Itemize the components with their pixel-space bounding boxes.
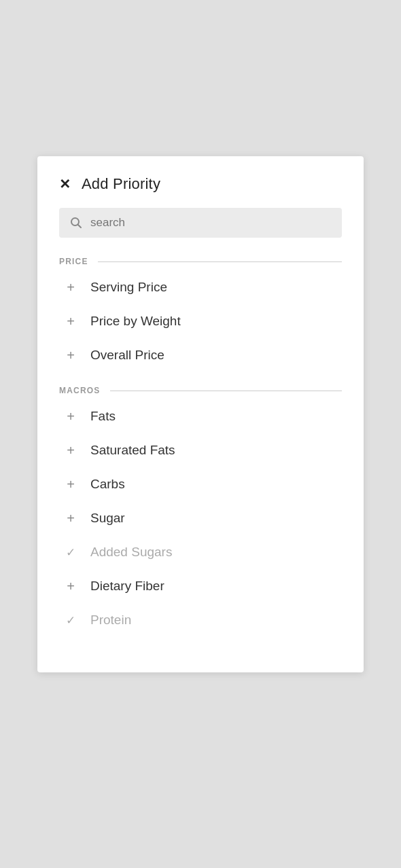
list-item-overall-price[interactable]: +Overall Price <box>59 338 342 372</box>
plus-icon-saturated-fats: + <box>63 443 78 458</box>
plus-icon-fats: + <box>63 409 78 424</box>
plus-icon-carbs: + <box>63 477 78 492</box>
list-item-label-overall-price: Overall Price <box>90 348 164 363</box>
list-item-label-price-by-weight: Price by Weight <box>90 314 181 329</box>
section-divider-macros <box>110 391 342 391</box>
list-item-protein[interactable]: ✓Protein <box>59 603 342 637</box>
check-icon-protein: ✓ <box>63 613 78 628</box>
list-item-label-saturated-fats: Saturated Fats <box>90 443 175 458</box>
list-item-label-protein: Protein <box>90 613 131 628</box>
plus-icon-sugar: + <box>63 511 78 526</box>
list-item-label-carbs: Carbs <box>90 477 125 492</box>
plus-icon-price-by-weight: + <box>63 314 78 329</box>
search-box <box>59 208 342 238</box>
list-item-label-added-sugars: Added Sugars <box>90 545 172 560</box>
list-item-label-sugar: Sugar <box>90 511 125 526</box>
list-item-saturated-fats[interactable]: +Saturated Fats <box>59 433 342 467</box>
list-item-fats[interactable]: +Fats <box>59 399 342 433</box>
close-icon[interactable]: ✕ <box>59 177 71 191</box>
list-item-sugar[interactable]: +Sugar <box>59 501 342 535</box>
list-item-price-by-weight[interactable]: +Price by Weight <box>59 304 342 338</box>
list-item-label-fats: Fats <box>90 409 116 424</box>
search-icon <box>70 217 82 229</box>
section-label-price: PRICE <box>59 257 88 266</box>
plus-icon-serving-price: + <box>63 280 78 295</box>
search-input[interactable] <box>90 216 331 230</box>
list-item-serving-price[interactable]: +Serving Price <box>59 270 342 304</box>
list-item-dietary-fiber[interactable]: +Dietary Fiber <box>59 569 342 603</box>
list-item-carbs[interactable]: +Carbs <box>59 467 342 501</box>
section-price: PRICE+Serving Price+Price by Weight+Over… <box>59 257 342 372</box>
modal-title: Add Priority <box>82 175 160 193</box>
section-header-macros: MACROS <box>59 386 342 395</box>
check-icon-added-sugars: ✓ <box>63 545 78 560</box>
section-divider-price <box>98 261 342 262</box>
plus-icon-overall-price: + <box>63 348 78 363</box>
list-item-added-sugars[interactable]: ✓Added Sugars <box>59 535 342 569</box>
modal-header: ✕ Add Priority <box>59 175 342 193</box>
svg-line-1 <box>78 225 81 228</box>
list-item-label-dietary-fiber: Dietary Fiber <box>90 579 164 594</box>
add-priority-modal: ✕ Add Priority PRICE+Serving Price+Price… <box>37 156 364 672</box>
section-header-price: PRICE <box>59 257 342 266</box>
plus-icon-dietary-fiber: + <box>63 579 78 594</box>
sections-container: PRICE+Serving Price+Price by Weight+Over… <box>59 257 342 637</box>
list-item-label-serving-price: Serving Price <box>90 280 167 295</box>
section-macros: MACROS+Fats+Saturated Fats+Carbs+Sugar✓A… <box>59 386 342 637</box>
section-label-macros: MACROS <box>59 386 101 395</box>
